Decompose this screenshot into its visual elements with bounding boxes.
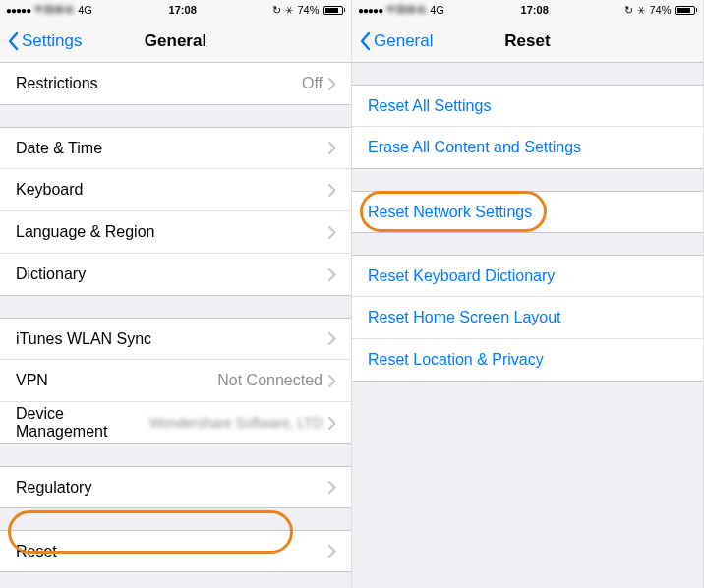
- screen-general: ●●●●● 中国移动 4G 17:08 ↻ ⚹ 74% Settings Gen…: [0, 0, 352, 588]
- row-label: Restrictions: [16, 75, 302, 92]
- row-devicemgmt[interactable]: Device Management Wondershare Software, …: [0, 402, 351, 444]
- row-reset-all-settings[interactable]: Reset All Settings: [352, 85, 703, 127]
- row-label: Erase All Content and Settings: [368, 139, 581, 156]
- status-time: 17:08: [521, 4, 549, 16]
- row-label: Regulatory: [16, 479, 328, 497]
- row-label: Reset All Settings: [368, 97, 491, 115]
- network-label: 4G: [78, 4, 92, 16]
- refresh-icon: ↻: [272, 4, 281, 17]
- chevron-left-icon: [6, 31, 20, 51]
- row-label: Keyboard: [16, 181, 328, 199]
- battery-icon: [675, 6, 698, 15]
- row-reset-network[interactable]: Reset Network Settings: [352, 191, 703, 233]
- row-label: Reset Network Settings: [368, 204, 532, 221]
- carrier-label: 中国移动: [386, 3, 426, 17]
- signal-dots-icon: ●●●●●: [6, 5, 30, 16]
- back-label: General: [374, 31, 433, 51]
- status-bar: ●●●●● 中国移动 4G 17:08 ↻ ⚹ 74%: [352, 0, 703, 20]
- chevron-right-icon: [328, 184, 336, 197]
- row-reset[interactable]: Reset: [0, 530, 351, 572]
- row-label: VPN: [16, 372, 217, 389]
- chevron-right-icon: [328, 481, 336, 494]
- row-vpn[interactable]: VPN Not Connected: [0, 360, 351, 402]
- bluetooth-icon: ⚹: [285, 4, 293, 16]
- chevron-left-icon: [358, 31, 372, 51]
- refresh-icon: ↻: [624, 4, 633, 17]
- row-dictionary[interactable]: Dictionary: [0, 254, 351, 296]
- row-reset-keyboard[interactable]: Reset Keyboard Dictionary: [352, 255, 703, 297]
- row-value: Not Connected: [217, 372, 323, 389]
- chevron-right-icon: [328, 545, 336, 558]
- row-label: Dictionary: [16, 265, 328, 283]
- row-label: Date & Time: [16, 140, 328, 157]
- battery-pct: 74%: [649, 4, 671, 16]
- row-label: Reset Keyboard Dictionary: [368, 267, 555, 285]
- row-keyboard[interactable]: Keyboard: [0, 169, 351, 211]
- content-area: Restrictions Off Date & Time Keyboard La…: [0, 63, 351, 588]
- row-regulatory[interactable]: Regulatory: [0, 466, 351, 508]
- chevron-right-icon: [328, 142, 336, 154]
- battery-pct: 74%: [297, 4, 319, 16]
- chevron-right-icon: [328, 268, 336, 281]
- bluetooth-icon: ⚹: [637, 4, 645, 16]
- row-erase-all-content[interactable]: Erase All Content and Settings: [352, 127, 703, 169]
- chevron-right-icon: [328, 417, 336, 430]
- back-button[interactable]: Settings: [0, 31, 82, 51]
- nav-bar: Settings General: [0, 20, 351, 63]
- nav-bar: General Reset: [352, 20, 703, 63]
- battery-icon: [323, 6, 346, 15]
- chevron-right-icon: [328, 332, 336, 345]
- row-label: Reset Home Screen Layout: [368, 309, 561, 326]
- row-value: Wondershare Software, LTD: [149, 415, 323, 431]
- chevron-right-icon: [328, 78, 336, 90]
- status-time: 17:08: [169, 4, 197, 16]
- row-label: Language & Region: [16, 223, 328, 241]
- chevron-right-icon: [328, 226, 336, 239]
- back-button[interactable]: General: [352, 31, 433, 51]
- back-label: Settings: [22, 31, 82, 51]
- screen-reset: ●●●●● 中国移动 4G 17:08 ↻ ⚹ 74% General Rese…: [352, 0, 704, 588]
- signal-dots-icon: ●●●●●: [358, 5, 382, 16]
- row-label: Reset: [16, 543, 328, 560]
- carrier-label: 中国移动: [34, 3, 74, 17]
- row-label: Reset Location & Privacy: [368, 351, 544, 369]
- content-area: Reset All Settings Erase All Content and…: [352, 63, 703, 588]
- row-label: Device Management: [16, 405, 149, 441]
- row-reset-location[interactable]: Reset Location & Privacy: [352, 339, 703, 382]
- row-restrictions[interactable]: Restrictions Off: [0, 63, 351, 105]
- row-ituneswlan[interactable]: iTunes WLAN Sync: [0, 318, 351, 360]
- status-bar: ●●●●● 中国移动 4G 17:08 ↻ ⚹ 74%: [0, 0, 351, 20]
- row-langregion[interactable]: Language & Region: [0, 211, 351, 254]
- row-datetime[interactable]: Date & Time: [0, 127, 351, 169]
- row-label: iTunes WLAN Sync: [16, 330, 328, 348]
- row-value: Off: [302, 75, 323, 92]
- row-reset-homescreen[interactable]: Reset Home Screen Layout: [352, 297, 703, 339]
- chevron-right-icon: [328, 375, 336, 387]
- network-label: 4G: [430, 4, 444, 16]
